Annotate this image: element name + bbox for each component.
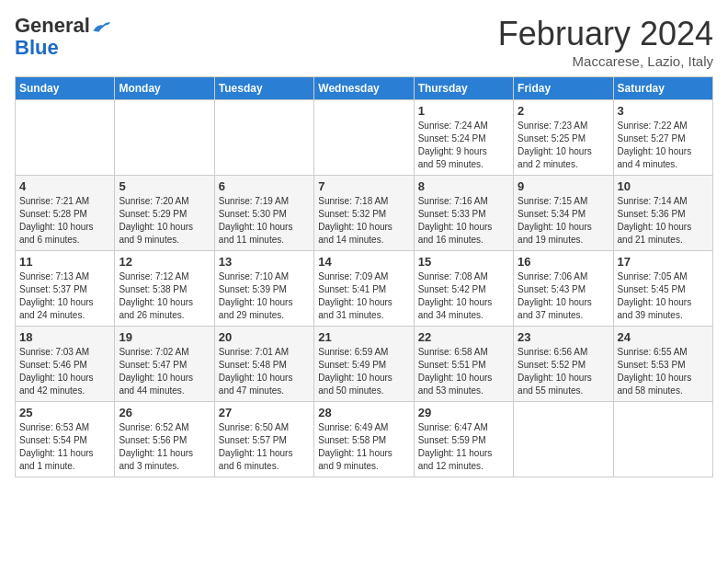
day-info: Sunrise: 6:47 AM Sunset: 5:59 PM Dayligh… [418, 421, 509, 473]
calendar-week-row: 4Sunrise: 7:21 AM Sunset: 5:28 PM Daylig… [16, 176, 713, 251]
day-number: 16 [518, 255, 609, 269]
calendar-day-cell: 15Sunrise: 7:08 AM Sunset: 5:42 PM Dayli… [414, 251, 513, 327]
day-info: Sunrise: 6:55 AM Sunset: 5:53 PM Dayligh… [618, 346, 709, 397]
day-info: Sunrise: 7:01 AM Sunset: 5:48 PM Dayligh… [219, 346, 310, 397]
day-info: Sunrise: 6:58 AM Sunset: 5:51 PM Dayligh… [418, 346, 509, 397]
calendar-week-row: 25Sunrise: 6:53 AM Sunset: 5:54 PM Dayli… [16, 402, 713, 477]
calendar-day-cell: 9Sunrise: 7:15 AM Sunset: 5:34 PM Daylig… [514, 176, 613, 251]
calendar-day-cell: 22Sunrise: 6:58 AM Sunset: 5:51 PM Dayli… [414, 327, 513, 402]
day-number: 14 [318, 255, 409, 269]
day-number: 15 [418, 255, 509, 269]
day-number: 2 [518, 104, 609, 118]
calendar-day-cell: 24Sunrise: 6:55 AM Sunset: 5:53 PM Dayli… [613, 327, 712, 402]
day-number: 20 [219, 330, 310, 344]
day-info: Sunrise: 6:53 AM Sunset: 5:54 PM Dayligh… [19, 421, 110, 473]
day-number: 29 [418, 406, 509, 419]
day-number: 5 [119, 179, 210, 193]
logo-general-text: General [15, 14, 90, 37]
day-number: 26 [119, 406, 210, 419]
day-info: Sunrise: 6:59 AM Sunset: 5:49 PM Dayligh… [318, 346, 409, 397]
day-number: 25 [19, 406, 110, 419]
calendar-day-cell [214, 100, 313, 176]
day-number: 23 [518, 330, 609, 344]
day-number: 18 [19, 330, 110, 344]
calendar-day-cell: 11Sunrise: 7:13 AM Sunset: 5:37 PM Dayli… [16, 251, 115, 327]
day-info: Sunrise: 7:02 AM Sunset: 5:47 PM Dayligh… [119, 346, 210, 397]
day-number: 8 [418, 179, 509, 193]
weekday-header: Saturday [613, 77, 712, 100]
day-number: 11 [19, 255, 110, 269]
day-info: Sunrise: 7:09 AM Sunset: 5:41 PM Dayligh… [318, 270, 409, 322]
day-info: Sunrise: 6:49 AM Sunset: 5:58 PM Dayligh… [318, 421, 409, 473]
calendar-day-cell [613, 402, 712, 477]
day-number: 12 [119, 255, 210, 269]
calendar-day-cell: 23Sunrise: 6:56 AM Sunset: 5:52 PM Dayli… [514, 327, 613, 402]
calendar-table: SundayMondayTuesdayWednesdayThursdayFrid… [15, 76, 713, 477]
calendar-day-cell [314, 100, 414, 176]
calendar-day-cell: 12Sunrise: 7:12 AM Sunset: 5:38 PM Dayli… [115, 251, 214, 327]
calendar-day-cell: 5Sunrise: 7:20 AM Sunset: 5:29 PM Daylig… [115, 176, 214, 251]
calendar-day-cell: 10Sunrise: 7:14 AM Sunset: 5:36 PM Dayli… [613, 176, 712, 251]
day-number: 17 [618, 255, 709, 269]
day-info: Sunrise: 7:23 AM Sunset: 5:25 PM Dayligh… [518, 120, 609, 171]
day-info: Sunrise: 7:05 AM Sunset: 5:45 PM Dayligh… [618, 270, 709, 322]
day-info: Sunrise: 7:21 AM Sunset: 5:28 PM Dayligh… [19, 195, 110, 247]
weekday-header: Tuesday [214, 77, 313, 100]
day-info: Sunrise: 7:20 AM Sunset: 5:29 PM Dayligh… [119, 195, 210, 247]
day-number: 4 [19, 179, 110, 193]
day-info: Sunrise: 7:12 AM Sunset: 5:38 PM Dayligh… [119, 270, 210, 322]
calendar-week-row: 18Sunrise: 7:03 AM Sunset: 5:46 PM Dayli… [16, 327, 713, 402]
month-year: February 2024 [498, 15, 713, 53]
calendar-day-cell: 1Sunrise: 7:24 AM Sunset: 5:24 PM Daylig… [414, 100, 513, 176]
calendar-day-cell: 2Sunrise: 7:23 AM Sunset: 5:25 PM Daylig… [514, 100, 613, 176]
day-number: 24 [618, 330, 709, 344]
calendar-day-cell: 3Sunrise: 7:22 AM Sunset: 5:27 PM Daylig… [613, 100, 712, 176]
calendar-day-cell: 29Sunrise: 6:47 AM Sunset: 5:59 PM Dayli… [414, 402, 513, 477]
calendar-day-cell: 26Sunrise: 6:52 AM Sunset: 5:56 PM Dayli… [115, 402, 214, 477]
calendar-day-cell [115, 100, 214, 176]
calendar-day-cell [514, 402, 613, 477]
calendar-day-cell: 17Sunrise: 7:05 AM Sunset: 5:45 PM Dayli… [613, 251, 712, 327]
weekday-header: Thursday [414, 77, 513, 100]
day-info: Sunrise: 7:13 AM Sunset: 5:37 PM Dayligh… [19, 270, 110, 322]
calendar-day-cell: 7Sunrise: 7:18 AM Sunset: 5:32 PM Daylig… [314, 176, 414, 251]
calendar-day-cell: 21Sunrise: 6:59 AM Sunset: 5:49 PM Dayli… [314, 327, 414, 402]
day-info: Sunrise: 7:22 AM Sunset: 5:27 PM Dayligh… [618, 120, 709, 171]
day-info: Sunrise: 6:50 AM Sunset: 5:57 PM Dayligh… [219, 421, 310, 473]
calendar-day-cell: 8Sunrise: 7:16 AM Sunset: 5:33 PM Daylig… [414, 176, 513, 251]
day-number: 21 [318, 330, 409, 344]
location: Maccarese, Lazio, Italy [498, 53, 713, 69]
day-info: Sunrise: 6:56 AM Sunset: 5:52 PM Dayligh… [518, 346, 609, 397]
title-block: February 2024 Maccarese, Lazio, Italy [498, 15, 713, 69]
day-number: 1 [418, 104, 509, 118]
calendar-day-cell: 13Sunrise: 7:10 AM Sunset: 5:39 PM Dayli… [214, 251, 313, 327]
day-info: Sunrise: 7:08 AM Sunset: 5:42 PM Dayligh… [418, 270, 509, 322]
day-info: Sunrise: 7:19 AM Sunset: 5:30 PM Dayligh… [219, 195, 310, 247]
day-number: 7 [318, 179, 409, 193]
calendar-day-cell: 28Sunrise: 6:49 AM Sunset: 5:58 PM Dayli… [314, 402, 414, 477]
calendar-day-cell: 6Sunrise: 7:19 AM Sunset: 5:30 PM Daylig… [214, 176, 313, 251]
day-info: Sunrise: 7:24 AM Sunset: 5:24 PM Dayligh… [418, 120, 509, 171]
day-info: Sunrise: 7:15 AM Sunset: 5:34 PM Dayligh… [518, 195, 609, 247]
day-number: 22 [418, 330, 509, 344]
day-number: 3 [618, 104, 709, 118]
day-number: 13 [219, 255, 310, 269]
day-info: Sunrise: 7:14 AM Sunset: 5:36 PM Dayligh… [618, 195, 709, 247]
calendar-day-cell: 19Sunrise: 7:02 AM Sunset: 5:47 PM Dayli… [115, 327, 214, 402]
day-number: 19 [119, 330, 210, 344]
logo-bird-icon [92, 18, 112, 35]
day-number: 28 [318, 406, 409, 419]
weekday-header: Wednesday [314, 77, 414, 100]
day-info: Sunrise: 7:06 AM Sunset: 5:43 PM Dayligh… [518, 270, 609, 322]
calendar-day-cell: 14Sunrise: 7:09 AM Sunset: 5:41 PM Dayli… [314, 251, 414, 327]
weekday-header: Friday [514, 77, 613, 100]
page-header: General Blue February 2024 Maccarese, La… [15, 15, 713, 69]
weekday-header-row: SundayMondayTuesdayWednesdayThursdayFrid… [16, 77, 713, 100]
day-number: 6 [219, 179, 310, 193]
day-info: Sunrise: 6:52 AM Sunset: 5:56 PM Dayligh… [119, 421, 210, 473]
weekday-header: Sunday [16, 77, 115, 100]
day-number: 10 [618, 179, 709, 193]
logo-blue-text: Blue [15, 36, 59, 59]
day-info: Sunrise: 7:10 AM Sunset: 5:39 PM Dayligh… [219, 270, 310, 322]
day-info: Sunrise: 7:03 AM Sunset: 5:46 PM Dayligh… [19, 346, 110, 397]
